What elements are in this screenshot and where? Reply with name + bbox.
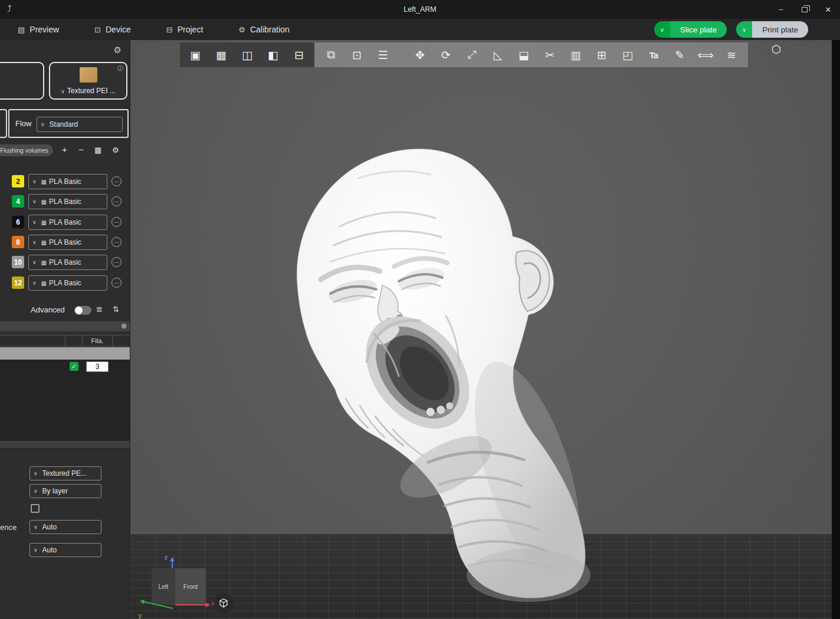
view-cube-button[interactable]	[214, 593, 234, 613]
filament-dropdown[interactable]: ∨▦PLA Basic	[28, 275, 107, 291]
filament-number-badge[interactable]: 4	[12, 195, 24, 208]
tune-icon[interactable]: ⇅	[113, 305, 119, 314]
close-button[interactable]: ✕	[816, 0, 840, 19]
plate-type-label: Textured PEI ...	[67, 87, 116, 95]
rotate-icon[interactable]: ⟳	[433, 48, 459, 62]
place-on-face-icon[interactable]: ◺	[485, 48, 511, 62]
printable-checkbox[interactable]: ✓	[70, 362, 78, 371]
chevron-down-icon: ∨	[32, 280, 37, 286]
filament-number-badge[interactable]: 8	[12, 236, 24, 248]
flow-label: Flow	[15, 119, 31, 128]
support-paint-icon[interactable]: ✎	[667, 48, 693, 62]
flushing-volumes-button[interactable]: Flushing volumes	[0, 144, 53, 156]
filament-more-icon[interactable]: ⋯	[111, 278, 122, 288]
modifier-icon[interactable]: ⊞	[589, 48, 615, 62]
filament-number-badge[interactable]: 12	[12, 276, 24, 289]
move-icon[interactable]: ✥	[407, 48, 433, 62]
sidebar-settings-gear-icon[interactable]: ⚙	[114, 45, 122, 55]
info-icon[interactable]: ⓘ	[117, 64, 123, 73]
filament-more-icon[interactable]: ⋯	[111, 237, 122, 247]
plate-type-dropdown[interactable]: ∨ Textured PE...	[29, 466, 101, 480]
column-separator	[65, 335, 65, 346]
slice-plate-button[interactable]: ∨ Slice plate	[654, 21, 727, 38]
filament-dropdown[interactable]: ∨▦PLA Basic	[28, 235, 107, 250]
align-icon[interactable]: ☰	[370, 48, 396, 62]
slice-plate-label: Slice plate	[670, 21, 727, 38]
calibration-icon: ⚙	[238, 25, 245, 34]
filament-icon: ▦	[41, 280, 47, 287]
split-object-icon[interactable]: ◰	[615, 48, 641, 62]
filament-number-badge[interactable]: 2	[12, 175, 24, 187]
measure-icon[interactable]: ⟺	[693, 48, 718, 62]
filament-dropdown[interactable]: ∨▦PLA Basic	[28, 255, 107, 270]
advanced-toggle[interactable]	[74, 306, 91, 315]
filament-settings-gear-icon[interactable]: ⚙	[112, 146, 119, 154]
viewport-3d[interactable]: ▣ ▦ ◫ ◧ ⊟ ⧉ ⊡ ☰ ✥ ⟳ ⤢ ◺ ⬓ ✂ ▥ ⊞ ◰ Ta ✎ ⟺…	[130, 40, 832, 619]
tab-project[interactable]: ⊟ Project	[166, 25, 203, 34]
filament-icon: ▦	[41, 239, 47, 246]
plate-card-partial[interactable]	[0, 62, 44, 100]
chevron-down-icon: ∨	[34, 524, 38, 530]
copy-icon[interactable]: ⧉	[318, 48, 344, 61]
add-plate-icon[interactable]: ▣	[182, 48, 208, 62]
print-dropdown-chevron-icon[interactable]: ∨	[736, 21, 752, 38]
secondary-auto-value: Auto	[42, 546, 57, 554]
filament-dropdown[interactable]: ∨▦PLA Basic	[28, 174, 107, 189]
secondary-auto-dropdown[interactable]: ∨ Auto	[29, 543, 101, 557]
auto-orient-icon[interactable]: ◫	[234, 48, 260, 62]
seam-paint-icon[interactable]: ≋	[718, 48, 744, 62]
slice-dropdown-chevron-icon[interactable]: ∨	[654, 21, 670, 38]
filament-more-icon[interactable]: ⋯	[111, 217, 122, 227]
object-filament-cell[interactable]: 3	[86, 361, 109, 372]
y-axis-label: y	[139, 613, 142, 619]
filament-name: PLA Basic	[49, 218, 81, 226]
text-tool-icon[interactable]: Ta	[641, 50, 667, 60]
list-icon[interactable]: ≣	[96, 305, 103, 314]
cut-icon[interactable]: ✂	[537, 48, 563, 62]
remove-filament-icon[interactable]: −	[78, 144, 84, 154]
filament-icon: ▦	[41, 179, 47, 185]
column-separator	[112, 335, 113, 346]
layout-icon[interactable]: ⊟	[286, 48, 312, 62]
gizmo-face-front[interactable]: Front	[175, 568, 206, 605]
tab-preview[interactable]: ▤ Preview	[18, 25, 59, 34]
advanced-row: Advanced ≣ ⇅	[0, 304, 130, 317]
object-table-header: Fila.	[0, 335, 130, 347]
plate-thumbnail	[80, 67, 97, 83]
minimize-button[interactable]: −	[769, 0, 793, 19]
tab-calibration[interactable]: ⚙ Calibration	[238, 25, 290, 34]
chevron-down-icon: ∨	[32, 199, 37, 205]
model-3d-head[interactable]	[251, 139, 611, 605]
mirror-icon[interactable]: ⬓	[511, 48, 537, 62]
add-filament-icon[interactable]: +	[62, 144, 67, 154]
filament-dropdown[interactable]: ∨▦PLA Basic	[28, 194, 107, 209]
assembly-view-icon[interactable]: ⬡	[763, 42, 789, 67]
plate-type-card[interactable]: ⓘ ∨Textured PEI ...	[49, 62, 127, 100]
restore-button[interactable]	[793, 0, 816, 19]
filament-number-badge[interactable]: 6	[12, 216, 24, 228]
filament-more-icon[interactable]: ⋯	[111, 196, 122, 206]
filament-more-icon[interactable]: ⋯	[111, 176, 122, 186]
print-plate-button[interactable]: ∨ Print plate	[736, 21, 808, 38]
layer-mode-dropdown[interactable]: ∨ By layer	[29, 484, 101, 498]
sequence-auto-dropdown[interactable]: ∨ Auto	[29, 520, 101, 534]
plate-group-row[interactable]	[0, 347, 130, 360]
filament-dropdown[interactable]: ∨▦PLA Basic	[28, 215, 107, 230]
sidebar-splitter[interactable]	[0, 441, 130, 449]
scale-icon[interactable]: ⤢	[459, 48, 485, 61]
clear-icon[interactable]: ⊗	[121, 322, 127, 330]
tab-device[interactable]: ⊡ Device	[94, 25, 131, 34]
option-checkbox[interactable]	[31, 504, 40, 513]
gizmo-face-left[interactable]: Left	[152, 568, 175, 605]
object-filter-bar[interactable]: ⊗	[0, 321, 130, 331]
filament-more-icon[interactable]: ⋯	[111, 257, 122, 267]
filament-number-badge[interactable]: 10	[12, 256, 24, 268]
flow-value: Standard	[50, 120, 78, 129]
split-plate-icon[interactable]: ◧	[260, 48, 286, 62]
flushing-matrix-icon[interactable]: ▦	[94, 146, 101, 154]
paste-icon[interactable]: ⊡	[344, 48, 370, 62]
flow-dropdown[interactable]: ∨ Standard	[37, 117, 123, 132]
variable-layer-icon[interactable]: ▥	[563, 48, 589, 62]
object-row[interactable]: ✓ 3	[0, 360, 130, 373]
arrange-icon[interactable]: ▦	[208, 48, 234, 62]
